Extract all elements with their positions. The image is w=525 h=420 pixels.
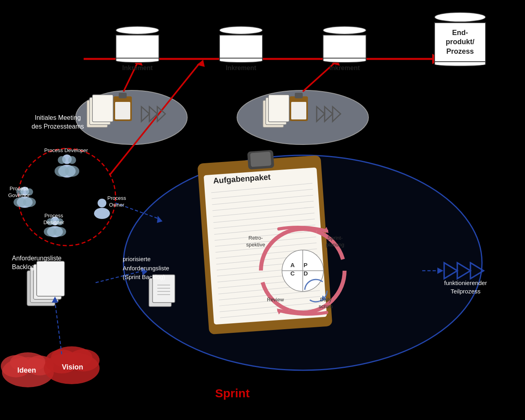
svg-point-109 (94, 208, 110, 219)
svg-line-7 (110, 64, 199, 175)
sprint-backlog-label: priorisierteAnforderungsliste(Sprint Bac… (123, 255, 169, 282)
svg-marker-64 (323, 227, 329, 233)
svg-marker-25 (149, 107, 157, 121)
svg-point-93 (55, 166, 69, 177)
svg-point-107 (53, 227, 66, 236)
svg-rect-72 (30, 268, 58, 303)
svg-marker-65 (277, 309, 283, 315)
svg-rect-23 (115, 102, 130, 119)
cylinder-top-2 (219, 26, 263, 35)
svg-line-42 (212, 195, 313, 205)
svg-marker-13 (157, 216, 163, 223)
pdca-p: P (304, 262, 308, 268)
svg-line-47 (214, 225, 315, 234)
endproduct-cylinder-bottom (434, 62, 486, 66)
svg-line-44 (213, 207, 314, 217)
sprint-planung-label: Sprint-planung (326, 235, 344, 248)
svg-line-52 (216, 255, 317, 264)
svg-point-90 (62, 154, 72, 164)
svg-marker-33 (317, 107, 325, 121)
svg-line-57 (218, 285, 320, 294)
pdca-a: A (290, 262, 295, 268)
svg-line-49 (215, 237, 316, 246)
svg-line-56 (218, 279, 319, 288)
process-owner-label: ProcessOwner (99, 195, 135, 209)
team-meeting-label: Initiales Meetingdes Prozessteams (22, 113, 94, 131)
svg-point-95 (65, 166, 79, 177)
increment-3-cylinder: Inkrement (323, 26, 366, 72)
increment-2-cylinder: Inkrement (219, 26, 263, 72)
svg-marker-35 (333, 107, 341, 121)
aufgabenpaket-label: Aufgabenpaket (213, 172, 271, 186)
pdca-d: D (304, 270, 308, 277)
svg-line-45 (213, 213, 315, 223)
functioning-process-label: funktionierenderTeilprozess (444, 279, 487, 295)
svg-rect-29 (268, 95, 289, 122)
svg-line-85 (55, 302, 62, 354)
svg-point-2 (237, 90, 368, 145)
svg-marker-8 (197, 60, 205, 67)
retro-label: Retro-spektive (246, 235, 265, 248)
cylinder-bottom-1 (116, 59, 159, 63)
svg-marker-89 (470, 263, 484, 279)
svg-rect-20 (92, 95, 113, 122)
vision-label: Vision (53, 363, 92, 371)
svg-rect-71 (27, 271, 55, 306)
svg-rect-38 (250, 152, 271, 167)
svg-marker-88 (457, 263, 470, 279)
cylinder-body-3 (323, 35, 366, 59)
svg-line-53 (217, 261, 318, 270)
endproduct-label: End-produkt/Prozess (446, 28, 474, 56)
svg-marker-17 (437, 268, 443, 274)
svg-line-50 (215, 243, 317, 252)
svg-rect-31 (295, 93, 303, 98)
process-designer-label: ProcessDesigner (36, 213, 72, 226)
increment-1-cylinder: Inkrement (116, 26, 159, 72)
cylinder-bottom-2 (219, 59, 263, 63)
svg-point-105 (44, 227, 57, 236)
svg-point-66 (282, 250, 323, 291)
cylinder-top-3 (323, 26, 366, 35)
svg-marker-34 (325, 107, 333, 121)
daily-scrum-label: Dailyscrum (319, 297, 333, 310)
svg-point-0 (123, 155, 482, 370)
backlog-label: AnforderungslisteBacklog (12, 254, 62, 272)
increment-1-label: Inkrement (122, 64, 153, 72)
svg-marker-86 (52, 297, 58, 303)
svg-line-40 (211, 183, 313, 193)
cylinder-body-1 (116, 35, 159, 59)
svg-line-61 (220, 309, 321, 318)
sprint-label: Sprint (215, 387, 250, 400)
svg-rect-30 (290, 96, 308, 121)
svg-rect-21 (114, 96, 132, 121)
svg-line-60 (219, 303, 321, 312)
svg-rect-28 (266, 98, 286, 125)
svg-line-43 (212, 201, 314, 211)
svg-rect-32 (291, 102, 306, 119)
svg-line-46 (214, 219, 315, 229)
svg-rect-39 (204, 167, 327, 324)
svg-point-103 (47, 226, 63, 237)
svg-marker-24 (141, 107, 149, 121)
svg-rect-75 (149, 279, 171, 307)
cylinder-bottom-3 (323, 59, 366, 63)
svg-line-41 (212, 189, 313, 199)
process-governor-label: ProcessGovernor (2, 186, 36, 199)
svg-rect-27 (263, 100, 284, 127)
endproduct-cylinder-body: End-produkt/Prozess (434, 22, 486, 62)
process-developer-label: Process Developer (42, 147, 90, 153)
svg-point-92 (58, 156, 66, 164)
pdca-c: C (290, 270, 295, 277)
endproduct-cylinder: End-produkt/Prozess (434, 12, 486, 66)
svg-marker-26 (157, 107, 165, 121)
svg-marker-87 (444, 263, 457, 279)
cylinder-top-1 (116, 26, 159, 35)
increment-2-label: Inkrement (226, 64, 256, 72)
cylinder-body-2 (219, 35, 263, 59)
review-label: Review (267, 297, 284, 303)
ideen-label: Ideen (9, 366, 45, 375)
endproduct-cylinder-top (434, 12, 486, 22)
increment-3-label: Inkrement (329, 64, 360, 72)
svg-rect-37 (247, 150, 274, 170)
diagram-canvas: Inkrement Inkrement Inkrement End-produk… (0, 0, 525, 420)
